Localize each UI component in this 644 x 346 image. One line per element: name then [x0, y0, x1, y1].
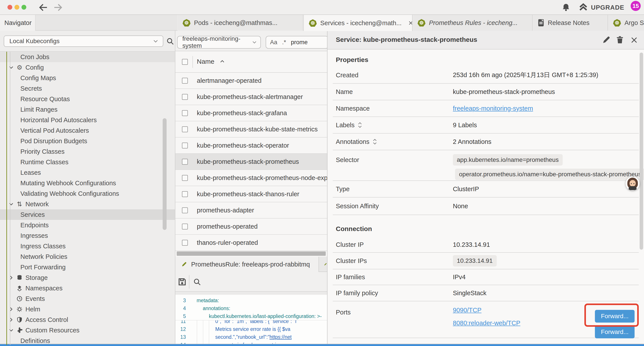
- sidebar-item-helm[interactable]: Helm: [0, 304, 175, 315]
- expand-updown-icon[interactable]: [372, 138, 377, 145]
- editor-tab-partial[interactable]: [319, 257, 327, 272]
- column-header-name[interactable]: Name: [197, 58, 225, 65]
- resource-tree: Cron Jobs ⚙ Config Config Maps Secrets R…: [0, 52, 175, 346]
- edit-pencil-icon[interactable]: [602, 35, 611, 44]
- expand-updown-icon[interactable]: [358, 122, 362, 128]
- sidebar-item-network-policies[interactable]: Network Policies: [0, 251, 175, 262]
- editor-tab-prometheusrule[interactable]: PrometheusRule: freeleaps-prod-rabbitmq: [175, 257, 319, 272]
- sidebar-item-validating-webhook-configurations[interactable]: Validating Webhook Configurations: [0, 188, 175, 199]
- sidebar-item-custom-resources[interactable]: Custom Resources: [0, 325, 175, 336]
- table-row[interactable]: alertmanager-operated: [175, 73, 327, 89]
- detail-row-labels: Labels 9 Labels: [333, 117, 639, 134]
- tab-navigator[interactable]: Navigator: [0, 15, 36, 31]
- table-row[interactable]: kube-prometheus-stack-prometheus-node-ex…: [175, 170, 327, 186]
- editor-toolbar: [175, 272, 327, 292]
- table-row[interactable]: prometheus-operated: [175, 219, 327, 235]
- clock-icon: [16, 295, 23, 303]
- namespace-link[interactable]: freeleaps-monitoring-system: [453, 105, 533, 112]
- sidebar-item-leases[interactable]: Leases: [0, 167, 175, 178]
- editor-search-icon[interactable]: [193, 278, 202, 287]
- tab-prometheus-rules[interactable]: ☸ Prometheus Rules - icecheng...: [412, 15, 533, 31]
- sidebar-item-runtime-classes[interactable]: Runtime Classes: [0, 157, 175, 167]
- row-checkbox[interactable]: [182, 94, 188, 100]
- row-checkbox[interactable]: [182, 159, 188, 165]
- table-row[interactable]: kube-prometheus-stack-kube-state-metrics: [175, 121, 327, 137]
- sidebar-item-namespaces[interactable]: Namespaces: [0, 283, 175, 294]
- runbook-url-link[interactable]: https://net: [270, 334, 292, 340]
- notifications-bell-icon[interactable]: [562, 3, 570, 12]
- sidebar-item-ingress-classes[interactable]: Ingress Classes: [0, 241, 175, 251]
- row-checkbox[interactable]: [182, 126, 188, 132]
- tab-pods[interactable]: ☸ Pods - icecheng@mathmas...: [178, 15, 303, 31]
- sidebar-item-storage[interactable]: Storage: [0, 272, 175, 283]
- sidebar-item-network[interactable]: ⇅ Network: [0, 199, 175, 209]
- table-row-selected[interactable]: kube-prometheus-stack-prometheus: [175, 154, 327, 170]
- workspace-tabstrip: ☸ Pods - icecheng@mathmas... ☸ Services …: [175, 15, 644, 31]
- table-row[interactable]: kube-prometheus-stack-alertmanager: [175, 89, 327, 105]
- helm-wheel-icon: [16, 306, 23, 313]
- sidebar-item-mutating-webhook-configurations[interactable]: Mutating Webhook Configurations: [0, 178, 175, 188]
- sidebar-item-port-forwarding[interactable]: Port Forwarding: [0, 262, 175, 272]
- table-row[interactable]: thanos-ruler-operated: [175, 235, 327, 251]
- profile-badge[interactable]: 15: [631, 1, 641, 11]
- minimize-window-button[interactable]: [14, 5, 19, 10]
- sidebar-item-config-maps[interactable]: Config Maps: [0, 73, 175, 83]
- row-checkbox[interactable]: [182, 191, 188, 197]
- row-checkbox[interactable]: [182, 175, 188, 181]
- sidebar-item-secrets[interactable]: Secrets: [0, 83, 175, 94]
- row-checkbox[interactable]: [182, 143, 188, 148]
- table-row[interactable]: kube-prometheus-stack-operator: [175, 137, 327, 154]
- port-link-9090[interactable]: 9090/TCP: [453, 307, 520, 314]
- yaml-editor[interactable]: 3metadata: 4annotations: 5kubectl.kubern…: [175, 292, 327, 346]
- tab-release-notes[interactable]: Release Notes: [533, 15, 608, 31]
- match-case-icon[interactable]: Aa: [270, 39, 277, 46]
- sidebar-item-pod-disruption-budgets[interactable]: Pod Disruption Budgets: [0, 136, 175, 146]
- delete-trash-icon[interactable]: [616, 35, 624, 44]
- sidebar-item-ingresses[interactable]: Ingresses: [0, 230, 175, 241]
- row-checkbox[interactable]: [182, 224, 188, 230]
- detail-scrollbar[interactable]: [640, 52, 643, 250]
- tab-argo[interactable]: ☸ Argo Se: [608, 15, 644, 31]
- resource-search-input[interactable]: Aa .* prome: [266, 36, 327, 49]
- kubeconfig-selector[interactable]: Local Kubeconfigs: [4, 35, 163, 47]
- forward-button-9090[interactable]: Forward...: [595, 310, 634, 323]
- port-link-8080[interactable]: 8080:reloader-web/TCP: [453, 320, 520, 327]
- close-window-button[interactable]: [8, 5, 12, 10]
- maximize-window-button[interactable]: [22, 5, 26, 10]
- sidebar-item-cron-jobs[interactable]: Cron Jobs: [0, 52, 175, 62]
- close-tab-icon[interactable]: [408, 20, 412, 26]
- save-icon[interactable]: [178, 277, 187, 287]
- row-checkbox[interactable]: [182, 78, 188, 84]
- sidebar-item-priority-classes[interactable]: Priority Classes: [0, 146, 175, 157]
- sidebar-item-limit-ranges[interactable]: Limit Ranges: [0, 104, 175, 115]
- tab-services[interactable]: ☸ Services - icecheng@math...: [304, 15, 412, 31]
- table-row[interactable]: kube-prometheus-stack-grafana: [175, 105, 327, 121]
- sidebar-item-definitions[interactable]: Definitions: [0, 336, 175, 346]
- horizontal-scrollbar[interactable]: [177, 251, 326, 256]
- sidebar-item-resource-quotas[interactable]: Resource Quotas: [0, 94, 175, 104]
- avatar[interactable]: [626, 177, 640, 191]
- sidebar-item-access-control[interactable]: Access Control: [0, 315, 175, 325]
- sidebar-item-vertical-pod-autoscalers[interactable]: Vertical Pod Autoscalers: [0, 125, 175, 136]
- sidebar-scrollbar[interactable]: [163, 118, 166, 230]
- sidebar-item-config[interactable]: ⚙ Config: [0, 62, 175, 73]
- regex-icon[interactable]: .*: [282, 39, 286, 46]
- forward-icon[interactable]: [53, 3, 63, 11]
- row-checkbox[interactable]: [182, 110, 188, 116]
- sidebar-item-horizontal-pod-autoscalers[interactable]: Horizontal Pod Autoscalers: [0, 115, 175, 125]
- sidebar-item-endpoints[interactable]: Endpoints: [0, 220, 175, 230]
- row-checkbox[interactable]: [182, 240, 188, 246]
- select-all-checkbox[interactable]: [182, 59, 188, 65]
- search-icon[interactable]: [166, 37, 174, 45]
- upgrade-button[interactable]: UPGRADE: [579, 3, 624, 12]
- table-row[interactable]: prometheus-adapter: [175, 202, 327, 219]
- sidebar-item-services[interactable]: Services: [0, 209, 175, 220]
- navigator-sidebar: Local Kubeconfigs Cron Jobs ⚙ Config Con…: [0, 31, 175, 346]
- close-icon[interactable]: [630, 36, 638, 44]
- table-row[interactable]: kube-prometheus-stack-thanos-ruler: [175, 186, 327, 202]
- row-checkbox[interactable]: [182, 207, 188, 213]
- back-icon[interactable]: [38, 3, 48, 11]
- namespace-selector[interactable]: freeleaps-monitoring-system: [177, 36, 261, 49]
- forward-button-8080[interactable]: Forward...: [595, 326, 634, 338]
- sidebar-item-events[interactable]: Events: [0, 294, 175, 304]
